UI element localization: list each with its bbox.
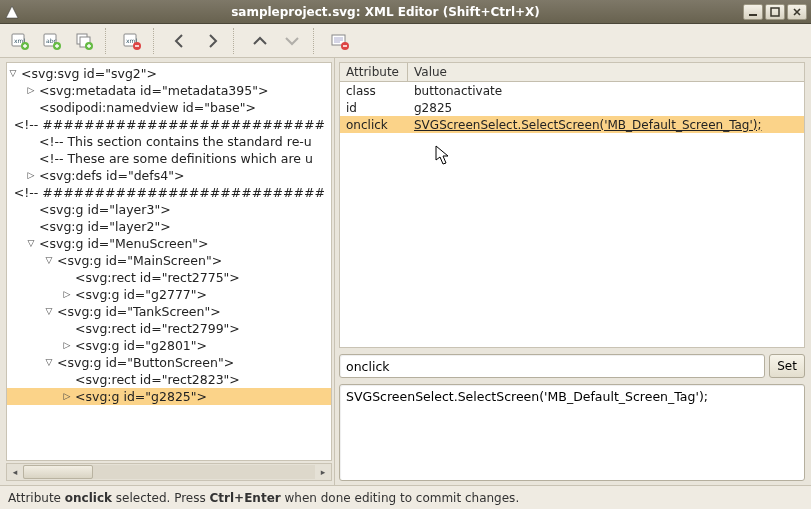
tree-node-label: <svg:g id="layer2">: [39, 218, 177, 235]
tree-row[interactable]: <svg:defs id="defs4">: [7, 167, 331, 184]
status-text: Attribute onclick selected. Press Ctrl+E…: [8, 491, 519, 505]
toolbar-separator: [233, 28, 239, 54]
expand-toggle-icon[interactable]: [25, 82, 37, 99]
attribute-name-input[interactable]: [339, 354, 765, 378]
tree-node-label: <svg:svg id="svg2">: [21, 65, 163, 82]
expand-toggle-icon[interactable]: [61, 337, 73, 354]
tree-row[interactable]: <svg:svg id="svg2">: [7, 65, 331, 82]
tree-row[interactable]: <svg:rect id="rect2799">: [7, 320, 331, 337]
expand-toggle-icon[interactable]: [25, 167, 37, 184]
attribute-table: Attribute Value classbuttonactivateidg28…: [339, 62, 805, 348]
collapse-toggle-icon[interactable]: [43, 303, 55, 320]
tree-row[interactable]: <svg:metadata id="metadata395">: [7, 82, 331, 99]
attribute-panel: Attribute Value classbuttonactivateidg28…: [335, 58, 811, 485]
close-button[interactable]: [787, 4, 807, 20]
tree-node-label: <svg:g id="MainScreen">: [57, 252, 228, 269]
expand-toggle-icon[interactable]: [61, 388, 73, 405]
tree-node-label: <svg:g id="TankScreen">: [57, 303, 227, 320]
toolbar-separator: [105, 28, 111, 54]
tree-row[interactable]: <sodipodi:namedview id="base">: [7, 99, 331, 116]
tree-node-label: <svg:g id="g2777">: [75, 286, 213, 303]
tree-node-label: <svg:rect id="rect2799">: [75, 320, 246, 337]
tree-row[interactable]: <svg:g id="g2801">: [7, 337, 331, 354]
attribute-table-body: classbuttonactivateidg2825onclickSVGScre…: [340, 82, 804, 133]
attribute-cell-value: g2825: [408, 101, 804, 115]
main-split: <svg:svg id="svg2"><svg:metadata id="met…: [0, 58, 811, 485]
minimize-button[interactable]: [743, 4, 763, 20]
attribute-cell-value: buttonactivate: [408, 84, 804, 98]
attribute-cell-value: SVGScreenSelect.SelectScreen('MB_Default…: [408, 118, 804, 132]
tree-node-label: <svg:defs id="defs4">: [39, 167, 190, 184]
maximize-button[interactable]: [765, 4, 785, 20]
window-controls: [743, 4, 807, 20]
scroll-track[interactable]: [23, 465, 315, 479]
tree-node-label: <svg:g id="layer3">: [39, 201, 177, 218]
tree-node-label: <svg:rect id="rect2775">: [75, 269, 246, 286]
attribute-cell-name: onclick: [340, 118, 408, 132]
next-node-button[interactable]: [198, 27, 226, 55]
svg-rect-1: [771, 8, 779, 16]
xml-tree: <svg:svg id="svg2"><svg:metadata id="met…: [7, 63, 331, 407]
tree-row[interactable]: <!-- ###########################: [7, 184, 331, 201]
attribute-row[interactable]: idg2825: [340, 99, 804, 116]
tree-node-label: <sodipodi:namedview id="base">: [39, 99, 262, 116]
scroll-right-button[interactable]: ▸: [315, 464, 331, 480]
attribute-value-textarea[interactable]: [339, 384, 805, 481]
tree-row[interactable]: <!-- This section contains the standard …: [7, 133, 331, 150]
tree-row[interactable]: <svg:g id="TankScreen">: [7, 303, 331, 320]
expand-toggle-icon[interactable]: [61, 286, 73, 303]
collapse-toggle-icon[interactable]: [25, 235, 37, 252]
set-button[interactable]: Set: [769, 354, 805, 378]
attribute-cell-name: id: [340, 101, 408, 115]
delete-node-button[interactable]: xml: [118, 27, 146, 55]
tree-row[interactable]: <svg:g id="MainScreen">: [7, 252, 331, 269]
tree-row[interactable]: <svg:g id="layer2">: [7, 218, 331, 235]
svg-rect-0: [749, 14, 757, 16]
tree-node-label: <!-- This section contains the standard …: [39, 133, 318, 150]
tree-row[interactable]: <svg:g id="layer3">: [7, 201, 331, 218]
attribute-row[interactable]: onclickSVGScreenSelect.SelectScreen('MB_…: [340, 116, 804, 133]
title-bar: sampleproject.svg: XML Editor (Shift+Ctr…: [0, 0, 811, 24]
new-element-node-button[interactable]: xml: [6, 27, 34, 55]
collapse-toggle-icon[interactable]: [7, 65, 19, 82]
unindent-node-button[interactable]: [246, 27, 274, 55]
attribute-table-header: Attribute Value: [340, 63, 804, 82]
indent-node-button: [278, 27, 306, 55]
tree-row[interactable]: <svg:g id="g2825">: [7, 388, 331, 405]
tree-row[interactable]: <svg:rect id="rect2823">: [7, 371, 331, 388]
attribute-cell-name: class: [340, 84, 408, 98]
xml-tree-panel: <svg:svg id="svg2"><svg:metadata id="met…: [0, 58, 335, 485]
tree-node-label: <svg:g id="MenuScreen">: [39, 235, 215, 252]
toolbar: xml abc xml: [0, 24, 811, 58]
scroll-left-button[interactable]: ◂: [7, 464, 23, 480]
tree-node-label: <!-- ###########################: [14, 116, 331, 133]
tree-row[interactable]: <svg:g id="g2777">: [7, 286, 331, 303]
duplicate-node-button[interactable]: [70, 27, 98, 55]
tree-row[interactable]: <!-- These are some definitions which ar…: [7, 150, 331, 167]
scroll-thumb[interactable]: [23, 465, 93, 479]
new-text-node-button[interactable]: abc: [38, 27, 66, 55]
attribute-header-attr[interactable]: Attribute: [340, 63, 408, 81]
collapse-toggle-icon[interactable]: [43, 252, 55, 269]
toolbar-separator: [313, 28, 319, 54]
tree-row[interactable]: <svg:g id="ButtonScreen">: [7, 354, 331, 371]
tree-row[interactable]: <svg:rect id="rect2775">: [7, 269, 331, 286]
tree-node-label: <svg:g id="g2801">: [75, 337, 213, 354]
tree-row[interactable]: <!-- ###########################: [7, 116, 331, 133]
xml-tree-scroll[interactable]: <svg:svg id="svg2"><svg:metadata id="met…: [6, 62, 332, 461]
collapse-toggle-icon[interactable]: [43, 354, 55, 371]
tree-node-label: <svg:metadata id="metadata395">: [39, 82, 274, 99]
attribute-header-val[interactable]: Value: [408, 63, 804, 81]
tree-horizontal-scrollbar[interactable]: ◂ ▸: [6, 463, 332, 481]
window-title: sampleproject.svg: XML Editor (Shift+Ctr…: [28, 5, 743, 19]
tree-node-label: <svg:g id="g2825">: [75, 388, 213, 405]
tree-row[interactable]: <svg:g id="MenuScreen">: [7, 235, 331, 252]
attribute-row[interactable]: classbuttonactivate: [340, 82, 804, 99]
delete-attribute-button[interactable]: [326, 27, 354, 55]
tree-node-label: <svg:g id="ButtonScreen">: [57, 354, 240, 371]
tree-node-label: <!-- These are some definitions which ar…: [39, 150, 319, 167]
attribute-name-row: Set: [339, 354, 805, 378]
toolbar-separator: [153, 28, 159, 54]
tree-node-label: <!-- ###########################: [14, 184, 331, 201]
prev-node-button[interactable]: [166, 27, 194, 55]
